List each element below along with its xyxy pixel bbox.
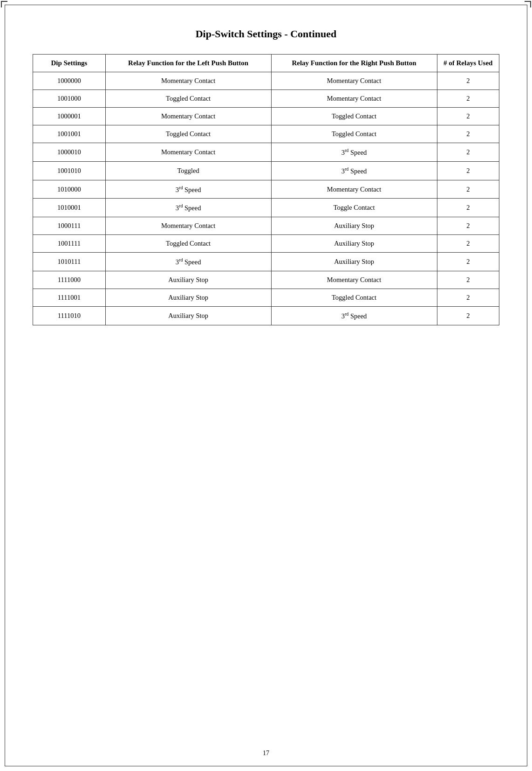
table-row: 1001000Toggled ContactMomentary Contact2 [33, 90, 499, 108]
cell-dip: 1001000 [33, 90, 106, 108]
cell-dip: 1001010 [33, 161, 106, 180]
cell-left-function: Momentary Contact [105, 143, 271, 162]
cell-relays: 2 [437, 199, 499, 217]
cell-right-function: 3rd Speed [271, 143, 437, 162]
cell-left-function: Auxiliary Stop [105, 271, 271, 289]
header-right-button: Relay Function for the Right Push Button [271, 55, 437, 72]
table-row: 1000010Momentary Contact3rd Speed2 [33, 143, 499, 162]
cell-relays: 2 [437, 271, 499, 289]
table-header-row: Dip Settings Relay Function for the Left… [33, 55, 499, 72]
cell-relays: 2 [437, 143, 499, 162]
cell-right-function: Momentary Contact [271, 90, 437, 108]
cell-relays: 2 [437, 161, 499, 180]
cell-relays: 2 [437, 217, 499, 235]
table-row: 1000001Momentary ContactToggled Contact2 [33, 108, 499, 125]
cell-left-function: Auxiliary Stop [105, 307, 271, 325]
table-row: 1111000Auxiliary StopMomentary Contact2 [33, 271, 499, 289]
cell-dip: 1010111 [33, 253, 106, 271]
cell-right-function: 3rd Speed [271, 307, 437, 325]
cell-dip: 1000010 [33, 143, 106, 162]
cell-dip: 1010001 [33, 199, 106, 217]
cell-right-function: Auxiliary Stop [271, 253, 437, 271]
cell-left-function: Momentary Contact [105, 217, 271, 235]
cell-left-function: Toggled Contact [105, 235, 271, 253]
cell-right-function: Toggled Contact [271, 108, 437, 125]
cell-right-function: Toggled Contact [271, 125, 437, 143]
cell-dip: 1000111 [33, 217, 106, 235]
cell-dip: 1000001 [33, 108, 106, 125]
page-title: Dip-Switch Settings - Continued [33, 28, 499, 40]
table-row: 1000111Momentary ContactAuxiliary Stop2 [33, 217, 499, 235]
cell-left-function: Auxiliary Stop [105, 289, 271, 307]
cell-relays: 2 [437, 235, 499, 253]
page-content: Dip-Switch Settings - Continued Dip Sett… [0, 0, 532, 353]
table-row: 1111001Auxiliary StopToggled Contact2 [33, 289, 499, 307]
header-left-button: Relay Function for the Left Push Button [105, 55, 271, 72]
table-row: 10101113rd SpeedAuxiliary Stop2 [33, 253, 499, 271]
cell-right-function: Auxiliary Stop [271, 235, 437, 253]
cell-right-function: Toggled Contact [271, 289, 437, 307]
table-row: 1001001Toggled ContactToggled Contact2 [33, 125, 499, 143]
cell-left-function: 3rd Speed [105, 253, 271, 271]
cell-left-function: Toggled [105, 161, 271, 180]
cell-dip: 1001001 [33, 125, 106, 143]
cell-dip: 1111001 [33, 289, 106, 307]
cell-dip: 1111010 [33, 307, 106, 325]
cell-dip: 1010000 [33, 180, 106, 199]
table-row: 1001010Toggled3rd Speed2 [33, 161, 499, 180]
cell-dip: 1001111 [33, 235, 106, 253]
table-row: 1111010Auxiliary Stop3rd Speed2 [33, 307, 499, 325]
cell-relays: 2 [437, 253, 499, 271]
cell-relays: 2 [437, 90, 499, 108]
cell-left-function: Toggled Contact [105, 90, 271, 108]
table-row: 1000000Momentary ContactMomentary Contac… [33, 72, 499, 90]
cell-left-function: 3rd Speed [105, 199, 271, 217]
cell-relays: 2 [437, 289, 499, 307]
table-row: 10100003rd SpeedMomentary Contact2 [33, 180, 499, 199]
cell-left-function: Momentary Contact [105, 108, 271, 125]
cell-right-function: Momentary Contact [271, 180, 437, 199]
cell-dip: 1111000 [33, 271, 106, 289]
table-row: 1001111Toggled ContactAuxiliary Stop2 [33, 235, 499, 253]
cell-right-function: Momentary Contact [271, 72, 437, 90]
cell-left-function: Momentary Contact [105, 72, 271, 90]
cell-left-function: Toggled Contact [105, 125, 271, 143]
cell-relays: 2 [437, 307, 499, 325]
cell-relays: 2 [437, 72, 499, 90]
cell-dip: 1000000 [33, 72, 106, 90]
cell-right-function: Toggle Contact [271, 199, 437, 217]
cell-right-function: Momentary Contact [271, 271, 437, 289]
cell-relays: 2 [437, 125, 499, 143]
page-number: 17 [263, 750, 269, 757]
header-dip-settings: Dip Settings [33, 55, 106, 72]
header-relays-used: # of Relays Used [437, 55, 499, 72]
cell-relays: 2 [437, 108, 499, 125]
cell-left-function: 3rd Speed [105, 180, 271, 199]
cell-right-function: 3rd Speed [271, 161, 437, 180]
table-row: 10100013rd SpeedToggle Contact2 [33, 199, 499, 217]
dip-switch-table: Dip Settings Relay Function for the Left… [33, 54, 499, 325]
cell-right-function: Auxiliary Stop [271, 217, 437, 235]
cell-relays: 2 [437, 180, 499, 199]
